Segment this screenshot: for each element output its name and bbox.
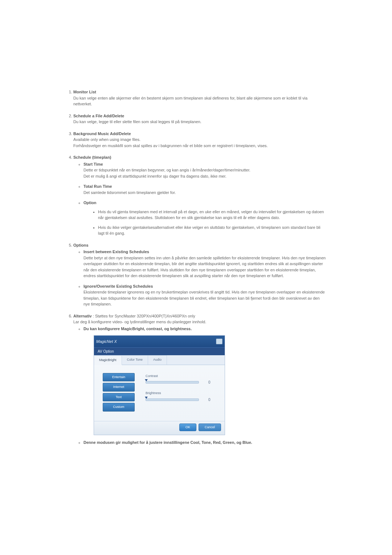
dialog-body: Entertain Internet Text Custom Contrast xyxy=(94,365,225,421)
item-title: Alternativ xyxy=(73,314,92,318)
sub-text: Dette er tidspunktet når en timeplan beg… xyxy=(83,168,250,172)
item-title: Schedule (timeplan) xyxy=(73,155,111,159)
slider-row: 0 xyxy=(146,397,219,402)
preset-entertain-button[interactable]: Entertain xyxy=(103,373,135,382)
item-text: Lar deg å konfigurere video- og lydinnst… xyxy=(73,320,206,324)
sub-text: Det er mulig å angi et starttidspunkt in… xyxy=(83,174,226,178)
preset-internet-button[interactable]: Internet xyxy=(103,383,135,392)
sub-title: Total Run Time xyxy=(83,184,112,189)
dialog-logo: MagicNet X xyxy=(96,339,117,345)
preset-text-button[interactable]: Text xyxy=(103,393,135,402)
sub-option: Option Hvis du vil gjenta timeplanen med… xyxy=(83,200,327,236)
contrast-label: Contrast xyxy=(146,374,219,379)
brightness-group: Brightness 0 xyxy=(146,391,219,402)
logo-text: MagicNet X xyxy=(96,339,117,345)
bullet-list: Hvis du vil gjenta timeplanen med et int… xyxy=(83,209,327,236)
item-text: Forhåndsvelger en musikkfil som skal spi… xyxy=(73,143,268,148)
item-title: Background Music Add/Delete xyxy=(73,131,131,136)
sub-text: Det samlede tidsrommet som timeplanen gj… xyxy=(83,190,176,195)
document-content: Monitor List Du kan velge enten alle skj… xyxy=(65,89,327,446)
sub-total-run-time: Total Run Time Det samlede tidsrommet so… xyxy=(83,183,327,195)
item-text: Available only when using image files. xyxy=(73,137,140,142)
sub-list: Insert between Existing Schedules Dette … xyxy=(73,249,327,307)
numbered-list: Monitor List Du kan velge enten alle skj… xyxy=(65,89,327,446)
dialog-titlebar: MagicNet X xyxy=(94,336,225,347)
item-text: Du kan velge enten alle skjermer eller é… xyxy=(73,96,307,106)
item-suffix: : Støttes for SyncMaster 320PXn/400P(T)X… xyxy=(92,314,195,318)
preset-custom-button[interactable]: Custom xyxy=(103,403,135,412)
sub-text: Eksisterende timeplaner ignoreres og en … xyxy=(83,290,325,306)
item-title: Options xyxy=(73,243,89,247)
sub-config-magicbright: Du kan konfigurere MagicBright, contrast… xyxy=(83,326,327,436)
tab-bar: MagicBright Color Tone Audio xyxy=(94,355,225,365)
slider-thumb-icon[interactable] xyxy=(145,397,148,399)
item-background-music: Background Music Add/Delete Available on… xyxy=(73,131,327,149)
item-schedule-timeplan: Schedule (timeplan) Start Time Dette er … xyxy=(73,154,327,236)
sub-title: Insert between Existing Schedules xyxy=(83,250,149,254)
item-monitor-list: Monitor List Du kan velge enten alle skj… xyxy=(73,89,327,107)
tab-color-tone[interactable]: Color Tone xyxy=(122,355,148,365)
sub-start-time: Start Time Dette er tidspunktet når en t… xyxy=(83,161,327,179)
slider-column: Contrast 0 xyxy=(146,373,219,408)
brightness-value: 0 xyxy=(208,397,211,402)
dialog-screenshot: MagicNet X AV Option MagicBright Color T… xyxy=(94,335,327,435)
contrast-group: Contrast 0 xyxy=(146,374,219,385)
item-text: Du kan velge, legge til eller slette fil… xyxy=(73,119,201,124)
contrast-value: 0 xyxy=(208,380,211,385)
sub-title: Du kan konfigurere MagicBright, contrast… xyxy=(83,327,192,331)
brightness-label: Brightness xyxy=(146,391,219,396)
item-title: Schedule a File Add/Delete xyxy=(73,114,124,118)
item-title: Monitor List xyxy=(73,90,96,94)
sub-ignore-overwrite: Ignore/Overwrite Existing Schedules Eksi… xyxy=(83,283,327,307)
sub-title: Start Time xyxy=(83,162,103,166)
preset-column: Entertain Internet Text Custom xyxy=(103,373,135,412)
dialog-footer: OK Cancel xyxy=(94,421,225,435)
av-option-dialog: MagicNet X AV Option MagicBright Color T… xyxy=(94,335,225,435)
slider-row: 0 xyxy=(146,380,219,385)
cancel-button[interactable]: Cancel xyxy=(199,424,221,432)
tab-audio[interactable]: Audio xyxy=(148,355,167,365)
sub-list: Du kan konfigurere MagicBright, contrast… xyxy=(73,326,327,446)
bullet-item: Hvis du vil gjenta timeplanen med et int… xyxy=(98,209,327,221)
slider-thumb-icon[interactable] xyxy=(145,379,148,381)
sub-title: Option xyxy=(83,200,96,205)
tab-magicbright[interactable]: MagicBright xyxy=(94,356,122,365)
bullet-item: Hvis du ikke velger gjentakelsesalternat… xyxy=(98,224,327,236)
item-options: Options Insert between Existing Schedule… xyxy=(73,242,327,307)
sub-insert-between: Insert between Existing Schedules Dette … xyxy=(83,249,327,279)
item-schedule-file: Schedule a File Add/Delete Du kan velge,… xyxy=(73,113,327,125)
sub-list: Start Time Dette er tidspunktet når en t… xyxy=(73,161,327,236)
dialog-subtitle: AV Option xyxy=(94,347,225,355)
close-icon[interactable] xyxy=(216,339,222,344)
sub-title: Denne modusen gir mulighet for å justere… xyxy=(83,440,252,445)
item-alternativ: Alternativ : Støttes for SyncMaster 320P… xyxy=(73,313,327,446)
sub-mode-cool-tone: Denne modusen gir mulighet for å justere… xyxy=(83,439,327,446)
ok-button[interactable]: OK xyxy=(179,424,196,432)
contrast-slider[interactable] xyxy=(146,381,199,384)
sub-title: Ignore/Overwrite Existing Schedules xyxy=(83,284,153,288)
sub-text: Dette betyr at den nye timeplanen settes… xyxy=(83,256,326,278)
brightness-slider[interactable] xyxy=(146,398,199,401)
